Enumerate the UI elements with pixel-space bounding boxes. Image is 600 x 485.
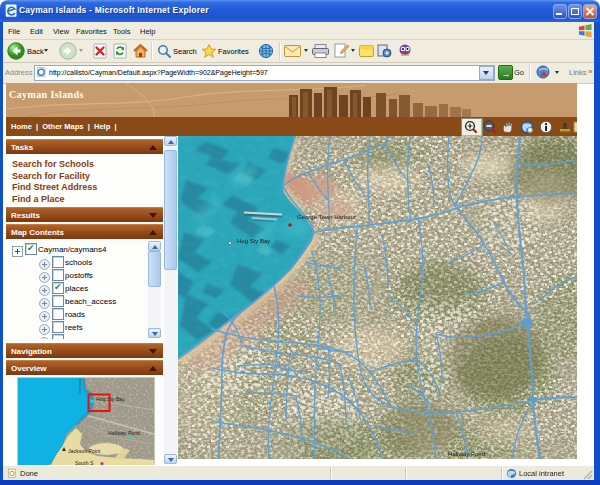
svg-text:Hog Sty Bay: Hog Sty Bay — [237, 238, 270, 244]
svg-text:Halfway Pond: Halfway Pond — [108, 430, 140, 436]
svg-text:George Town Harbour: George Town Harbour — [297, 214, 356, 220]
svg-text:Jackson Point: Jackson Point — [68, 448, 101, 454]
svg-text:Halfway Pond: Halfway Pond — [448, 451, 485, 457]
svg-text:Hog Sty Bay: Hog Sty Bay — [96, 396, 125, 402]
